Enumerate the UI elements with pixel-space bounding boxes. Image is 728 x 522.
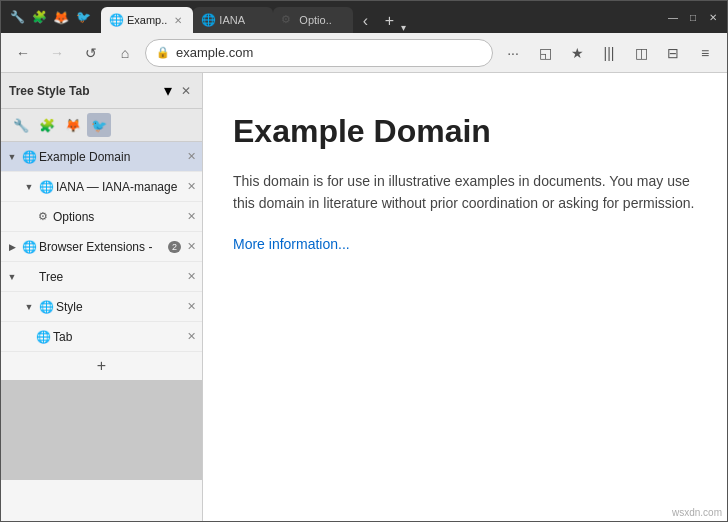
tab-new-button[interactable]: +: [377, 9, 401, 33]
tree-close-tree[interactable]: ✕: [184, 270, 198, 284]
wrench-icon[interactable]: 🔧: [9, 9, 25, 25]
twitter-icon[interactable]: 🐦: [75, 9, 91, 25]
tab-label-iana: IANA: [219, 14, 265, 26]
back-button[interactable]: ←: [9, 39, 37, 67]
refresh-button[interactable]: ↺: [77, 39, 105, 67]
tree-close-tab[interactable]: ✕: [184, 330, 198, 344]
add-tab-button[interactable]: +: [1, 352, 202, 380]
close-button[interactable]: ✕: [707, 11, 719, 23]
tree-arrow-style: ▼: [22, 300, 36, 314]
tree-label-tree: Tree: [39, 270, 181, 284]
tab-arrow-left[interactable]: ‹: [353, 9, 377, 33]
puzzle-icon[interactable]: 🧩: [31, 9, 47, 25]
address-bar[interactable]: 🔒 example.com: [145, 39, 493, 67]
tree-item-options[interactable]: ⚙ Options ✕: [1, 202, 202, 232]
sidebar-toggle-button[interactable]: ◫: [627, 39, 655, 67]
tree-favicon-tab: 🌐: [36, 330, 50, 344]
sidebar-twitter-icon[interactable]: 🐦: [87, 113, 111, 137]
tree-label-tab: Tab: [53, 330, 181, 344]
library-button[interactable]: |||: [595, 39, 623, 67]
tst-title: Tree Style Tab: [9, 84, 158, 98]
tree-item-example-domain[interactable]: ▼ 🌐 Example Domain ✕: [1, 142, 202, 172]
tree-item-browser-extensions[interactable]: ▶ 🌐 Browser Extensions - 2 ✕: [1, 232, 202, 262]
nav-tools: ··· ◱ ★ ||| ◫ ⊟ ≡: [499, 39, 719, 67]
menu-button[interactable]: ≡: [691, 39, 719, 67]
tab-strip: 🌐 Examp.. ✕ 🌐 IANA ⚙ Optio.. ‹ + ▾: [101, 1, 653, 33]
tree-close-options[interactable]: ✕: [184, 210, 198, 224]
tree-badge-browser-extensions: 2: [168, 241, 181, 253]
page-body: This domain is for use in illustrative e…: [233, 170, 697, 215]
page-content-area: Example Domain This domain is for use in…: [203, 73, 727, 521]
tree-label-style: Style: [56, 300, 181, 314]
sidebar-firefox-icon[interactable]: 🦊: [61, 113, 85, 137]
more-button[interactable]: ···: [499, 39, 527, 67]
tab-dropdown[interactable]: ▾: [401, 22, 406, 33]
main-content: Tree Style Tab ▾ ✕ 🔧 🧩 🦊 🐦 ▼ 🌐 Example D…: [1, 73, 727, 521]
tab-options[interactable]: ⚙ Optio..: [273, 7, 353, 33]
tree-favicon-iana: 🌐: [39, 180, 53, 194]
tab-favicon-options: ⚙: [281, 13, 295, 27]
tree-close-example[interactable]: ✕: [184, 150, 198, 164]
tab-iana[interactable]: 🌐 IANA: [193, 7, 273, 33]
tree-label-iana: IANA — IANA-manage: [56, 180, 181, 194]
sidebar-panel: Tree Style Tab ▾ ✕ 🔧 🧩 🦊 🐦 ▼ 🌐 Example D…: [1, 73, 203, 521]
tree-close-browser-extensions[interactable]: ✕: [184, 240, 198, 254]
tree-favicon-browser-extensions: 🌐: [22, 240, 36, 254]
tab-favicon-example: 🌐: [109, 13, 123, 27]
sync-button[interactable]: ⊟: [659, 39, 687, 67]
nav-bar: ← → ↺ ⌂ 🔒 example.com ··· ◱ ★ ||| ◫ ⊟ ≡: [1, 33, 727, 73]
tree-label-browser-extensions: Browser Extensions -: [39, 240, 165, 254]
forward-button[interactable]: →: [43, 39, 71, 67]
sidebar-puzzle-icon[interactable]: 🧩: [35, 113, 59, 137]
more-information-link[interactable]: More information...: [233, 236, 350, 252]
tab-example[interactable]: 🌐 Examp.. ✕: [101, 7, 193, 33]
tst-close-button[interactable]: ✕: [178, 83, 194, 99]
pocket-button[interactable]: ◱: [531, 39, 559, 67]
tst-dropdown-arrow[interactable]: ▾: [164, 81, 172, 100]
tree-close-style[interactable]: ✕: [184, 300, 198, 314]
sidebar-empty-area: [1, 380, 202, 480]
tree-item-style[interactable]: ▼ 🌐 Style ✕: [1, 292, 202, 322]
window-controls: — □ ✕: [667, 11, 719, 23]
page-title: Example Domain: [233, 113, 697, 150]
tab-favicon-iana: 🌐: [201, 13, 215, 27]
tree-arrow-iana: ▼: [22, 180, 36, 194]
watermark: wsxdn.com: [672, 507, 722, 518]
sidebar-wrench-icon[interactable]: 🔧: [9, 113, 33, 137]
tab-tree: ▼ 🌐 Example Domain ✕ ▼ 🌐 IANA — IANA-man…: [1, 142, 202, 521]
tab-label-example: Examp..: [127, 14, 167, 26]
star-button[interactable]: ★: [563, 39, 591, 67]
address-url: example.com: [176, 45, 482, 60]
title-bar: 🔧 🧩 🦊 🐦 🌐 Examp.. ✕ 🌐 IANA ⚙ Optio.. ‹ +: [1, 1, 727, 33]
tree-label-options: Options: [53, 210, 181, 224]
tab-close-example[interactable]: ✕: [171, 13, 185, 27]
home-button[interactable]: ⌂: [111, 39, 139, 67]
tree-item-tree[interactable]: ▼ Tree ✕: [1, 262, 202, 292]
tree-arrow-browser-extensions: ▶: [5, 240, 19, 254]
tree-item-tab[interactable]: 🌐 Tab ✕: [1, 322, 202, 352]
tree-arrow-example: ▼: [5, 150, 19, 164]
lock-icon: 🔒: [156, 46, 170, 59]
tree-favicon-example: 🌐: [22, 150, 36, 164]
tree-favicon-options: ⚙: [36, 210, 50, 224]
firefox-icon[interactable]: 🦊: [53, 9, 69, 25]
icon-row: 🔧 🧩 🦊 🐦: [1, 109, 202, 142]
tree-favicon-tree: [22, 270, 36, 284]
tree-favicon-style: 🌐: [39, 300, 53, 314]
minimize-button[interactable]: —: [667, 11, 679, 23]
tree-close-iana[interactable]: ✕: [184, 180, 198, 194]
tab-label-options: Optio..: [299, 14, 345, 26]
maximize-button[interactable]: □: [687, 11, 699, 23]
browser-window: 🔧 🧩 🦊 🐦 🌐 Examp.. ✕ 🌐 IANA ⚙ Optio.. ‹ +: [0, 0, 728, 522]
tree-item-iana[interactable]: ▼ 🌐 IANA — IANA-manage ✕: [1, 172, 202, 202]
tst-header: Tree Style Tab ▾ ✕: [1, 73, 202, 109]
tree-arrow-tree: ▼: [5, 270, 19, 284]
tree-label-example-domain: Example Domain: [39, 150, 181, 164]
